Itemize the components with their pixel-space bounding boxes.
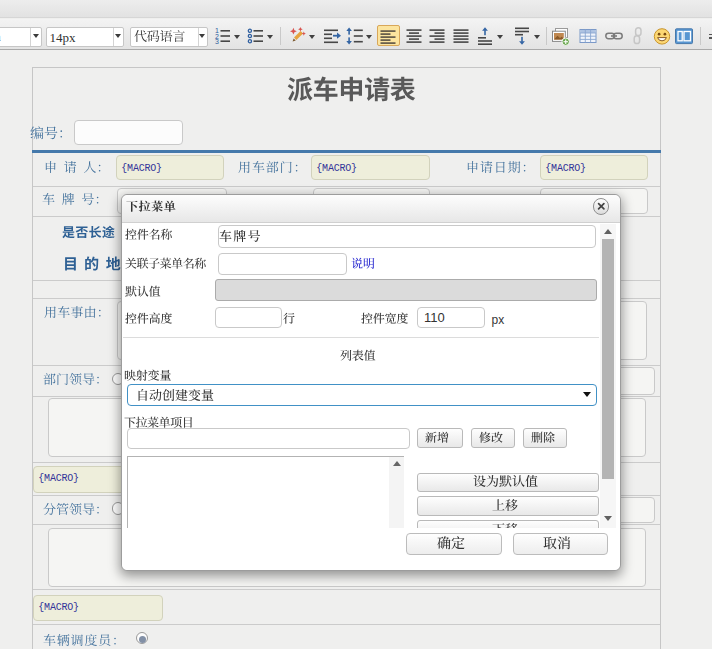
- svg-text:3: 3: [215, 38, 219, 45]
